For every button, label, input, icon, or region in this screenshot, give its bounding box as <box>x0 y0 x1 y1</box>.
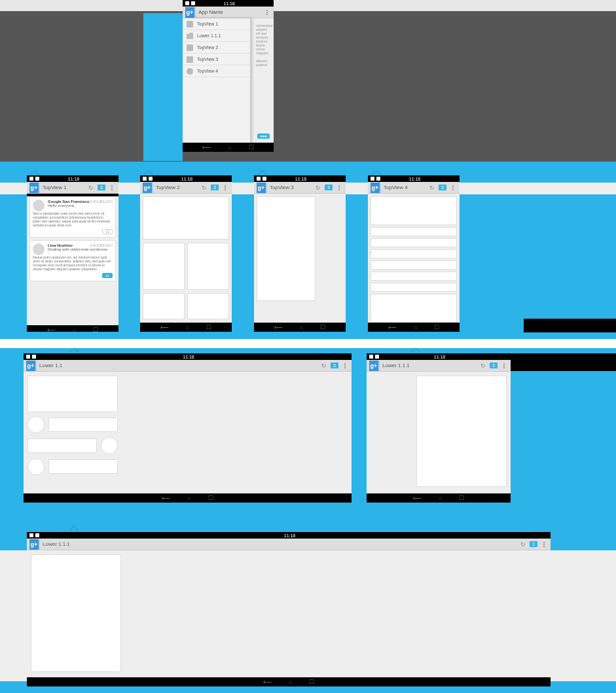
list-item[interactable] <box>371 294 457 323</box>
list-item[interactable] <box>371 249 457 258</box>
refresh-icon[interactable] <box>200 184 208 192</box>
app-logo-icon[interactable]: g+ <box>371 183 381 193</box>
home-icon[interactable]: ⌂ <box>289 679 292 685</box>
back-icon[interactable]: ⟵ <box>263 679 272 685</box>
top-light-strip <box>0 0 616 11</box>
screen-content[interactable] <box>367 372 511 493</box>
overflow-icon[interactable] <box>263 10 271 15</box>
overflow-icon[interactable] <box>221 185 229 190</box>
back-icon[interactable]: ⟵ <box>162 495 170 501</box>
plusone-button[interactable]: +1 <box>102 229 113 234</box>
back-icon[interactable]: ⟵ <box>160 324 169 330</box>
plusone-button[interactable]: +1 <box>102 273 113 278</box>
list-item[interactable] <box>27 458 118 475</box>
screen-title: TopView 4 <box>384 185 426 190</box>
overflow-icon[interactable] <box>108 185 116 190</box>
home-icon[interactable]: ⌂ <box>228 144 231 151</box>
tile[interactable] <box>143 243 185 290</box>
count-badge[interactable]: 3 <box>331 363 338 368</box>
drawer-item-topview4[interactable]: TopView 4 <box>183 65 250 77</box>
recents-icon[interactable]: ☐ <box>206 324 211 330</box>
app-logo-icon[interactable]: g+ <box>26 361 37 371</box>
count-badge[interactable]: 3 <box>439 185 446 190</box>
home-icon[interactable]: ⌂ <box>186 324 189 330</box>
app-logo-icon[interactable]: g+ <box>257 183 267 193</box>
tile[interactable] <box>143 196 229 240</box>
screen-content[interactable] <box>27 550 551 677</box>
list-item[interactable] <box>27 437 118 454</box>
count-badge[interactable]: 3 <box>98 185 105 190</box>
avatar[interactable] <box>33 200 45 211</box>
chip-button[interactable]: ●●● <box>257 133 270 139</box>
app-logo-icon[interactable]: g+ <box>143 183 153 193</box>
drawer-item-lower111[interactable]: Lower 1.1.1 <box>183 30 250 42</box>
list-item[interactable] <box>371 238 457 247</box>
screen-content[interactable] <box>254 194 346 323</box>
overflow-icon[interactable] <box>500 363 508 368</box>
post-card[interactable]: 4 HOURS AGO Lina Hoshino Dealing with ra… <box>29 240 116 281</box>
screen-content[interactable] <box>140 194 232 323</box>
post-card[interactable]: 3 HOURS AGO Google San Francisco Hello e… <box>29 196 116 238</box>
placeholder-bar <box>48 418 118 432</box>
app-logo-icon[interactable]: g+ <box>369 361 380 371</box>
clock: 11:18 <box>379 355 500 359</box>
refresh-icon[interactable] <box>519 541 527 548</box>
back-icon[interactable]: ⟵ <box>413 495 422 501</box>
tile[interactable] <box>187 293 229 319</box>
list-item[interactable] <box>371 227 457 236</box>
screen-content[interactable]: 3 HOURS AGO Google San Francisco Hello e… <box>27 196 118 325</box>
screen-content[interactable] <box>368 194 460 323</box>
panel[interactable] <box>257 196 316 301</box>
list-item[interactable] <box>371 272 457 281</box>
back-icon[interactable]: ⟵ <box>202 144 211 151</box>
recents-icon[interactable]: ☐ <box>208 495 213 501</box>
refresh-icon[interactable] <box>314 184 322 192</box>
clock: 11:18 <box>380 177 449 181</box>
drawer-label: TopView 4 <box>197 69 218 73</box>
refresh-icon[interactable] <box>479 362 487 370</box>
empty-area <box>122 372 352 493</box>
screen-content[interactable] <box>24 372 352 493</box>
avatar[interactable] <box>33 243 45 255</box>
row2-connector <box>0 339 616 348</box>
drawer-item-topview1[interactable]: TopView 1 <box>183 18 250 30</box>
overflow-icon[interactable] <box>540 542 548 547</box>
drawer-item-topview3[interactable]: TopView 3 <box>183 54 250 65</box>
overflow-icon[interactable] <box>341 363 349 368</box>
list-item[interactable] <box>371 196 457 225</box>
recents-icon[interactable]: ☐ <box>320 324 325 330</box>
count-badge[interactable]: 3 <box>325 185 333 190</box>
panel[interactable] <box>31 554 121 672</box>
back-icon[interactable]: ⟵ <box>274 324 283 330</box>
recents-icon[interactable]: ☐ <box>309 679 314 685</box>
home-icon[interactable]: ⌂ <box>187 495 190 501</box>
count-badge[interactable]: 3 <box>490 363 498 368</box>
home-icon[interactable]: ⌂ <box>300 324 303 330</box>
refresh-icon[interactable] <box>428 184 436 192</box>
tile[interactable] <box>187 243 229 290</box>
home-icon[interactable]: ⌂ <box>73 327 76 332</box>
app-logo-icon[interactable]: g+ <box>29 539 40 550</box>
panel[interactable] <box>27 376 118 412</box>
recents-icon[interactable]: ☐ <box>459 495 464 501</box>
back-icon[interactable]: ⟵ <box>47 327 56 332</box>
list-item[interactable] <box>371 283 457 292</box>
panel[interactable] <box>416 376 507 487</box>
tile[interactable] <box>143 293 185 319</box>
drawer-label: Lower 1.1.1 <box>197 33 221 38</box>
refresh-icon[interactable] <box>87 184 95 192</box>
list-item[interactable] <box>371 260 457 270</box>
device-topview1: 11:18 g+ TopView 1 3 3 HOURS AGO Google … <box>27 175 118 332</box>
count-badge[interactable]: 3 <box>530 541 537 547</box>
count-badge[interactable]: 3 <box>211 185 219 190</box>
overflow-icon[interactable] <box>449 185 457 190</box>
home-icon[interactable]: ⌂ <box>439 495 442 501</box>
drawer-item-topview2[interactable]: TopView 2 <box>183 42 250 54</box>
recents-icon[interactable]: ☐ <box>93 327 98 332</box>
overflow-icon[interactable] <box>335 185 343 190</box>
recents-icon[interactable]: ☐ <box>249 144 254 151</box>
app-logo-icon[interactable]: g+ <box>185 7 196 18</box>
refresh-icon[interactable] <box>320 362 328 370</box>
app-logo-icon[interactable]: g+ <box>29 183 40 193</box>
list-item[interactable] <box>27 416 118 433</box>
